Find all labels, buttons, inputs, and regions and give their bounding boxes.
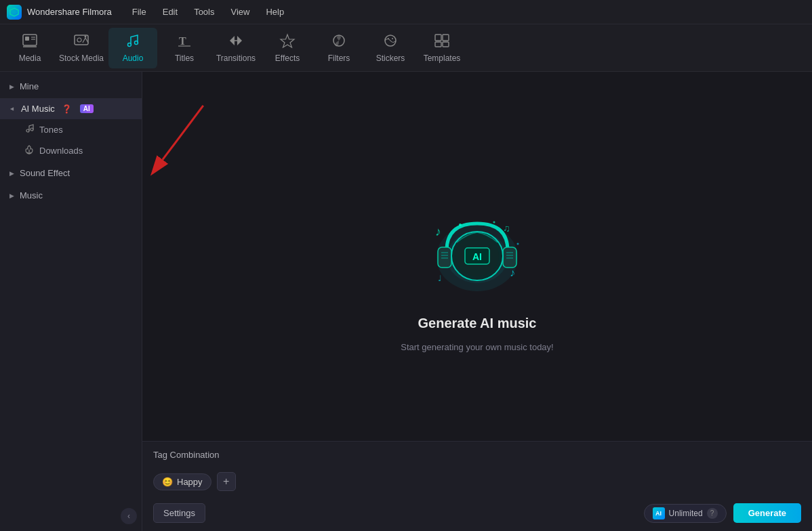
toolbar-stock-media[interactable]: Stock Media (57, 28, 106, 68)
svg-rect-21 (443, 35, 449, 41)
svg-text:T: T (179, 35, 186, 47)
templates-icon (434, 33, 450, 51)
menu-bar: File Edit Tools View Help (125, 4, 291, 20)
downloads-icon (24, 145, 34, 156)
sidebar-section-sound-effect: ▶ Sound Effect (0, 163, 142, 184)
unlimited-label: Unlimited (669, 509, 703, 518)
tones-icon (24, 124, 34, 135)
sidebar-ai-music-label: AI Music (21, 104, 55, 114)
sidebar-tones-label: Tones (39, 125, 63, 135)
sidebar-item-sound-effect[interactable]: ▶ Sound Effect (0, 163, 142, 184)
svg-text:AI: AI (472, 251, 482, 262)
tags-row: 😊 Happy + (153, 467, 801, 496)
svg-point-11 (135, 41, 138, 44)
toolbar-effects-label: Effects (275, 54, 300, 63)
add-icon: + (223, 475, 229, 488)
toolbar-stickers-label: Stickers (376, 54, 405, 63)
toolbar-transitions-label: Transitions (216, 54, 256, 63)
svg-rect-31 (438, 247, 451, 268)
menu-view[interactable]: View (224, 4, 256, 20)
svg-point-42 (493, 221, 495, 224)
title-bar: Wondershare Filmora File Edit Tools View… (0, 0, 812, 24)
svg-marker-15 (281, 35, 294, 47)
sidebar-downloads-label: Downloads (39, 146, 83, 156)
svg-point-41 (459, 224, 462, 226)
content-area: AI ♪ ♫ ♪ ♩ (142, 72, 812, 531)
svg-point-18 (388, 38, 389, 39)
menu-file[interactable]: File (125, 4, 153, 20)
ai-illustration: AI ♪ ♫ ♪ ♩ (423, 196, 531, 305)
toolbar-filters-label: Filters (328, 54, 350, 63)
toolbar-stock-media-label: Stock Media (59, 54, 104, 63)
sidebar-section-music: ▶ Music (0, 185, 142, 206)
mine-arrow-icon: ▶ (9, 83, 14, 90)
generate-subtitle: Start generating your own music today! (401, 342, 553, 352)
tag-happy-label: Happy (177, 477, 203, 487)
ai-music-question-icon: ❓ (62, 104, 72, 114)
svg-marker-1 (12, 9, 17, 15)
svg-point-19 (392, 38, 393, 39)
svg-text:♪: ♪ (510, 267, 515, 278)
stock-media-icon (73, 33, 89, 51)
toolbar-audio[interactable]: Audio (108, 28, 157, 68)
app-title: Wondershare Filmora (27, 7, 112, 17)
menu-edit[interactable]: Edit (156, 4, 184, 20)
add-tag-button[interactable]: + (217, 472, 236, 491)
bottom-actions: Settings AI Unlimited ? Generate (153, 503, 801, 523)
sidebar-sound-effect-label: Sound Effect (20, 168, 70, 178)
sidebar-mine-label: Mine (20, 81, 39, 91)
toolbar-filters[interactable]: Filters (314, 28, 363, 68)
menu-help[interactable]: Help (259, 4, 291, 20)
unlimited-badge: AI Unlimited ? (644, 504, 727, 523)
svg-point-9 (85, 35, 87, 37)
generate-button[interactable]: Generate (733, 503, 801, 523)
toolbar-titles[interactable]: T Titles (160, 28, 209, 68)
ai-music-arrow-icon: ▼ (9, 106, 16, 112)
svg-rect-22 (435, 42, 441, 47)
toolbar-effects[interactable]: Effects (263, 28, 312, 68)
toolbar-audio-label: Audio (123, 54, 144, 63)
tag-happy[interactable]: 😊 Happy (153, 473, 211, 490)
svg-point-10 (128, 43, 131, 46)
media-icon (22, 33, 38, 51)
sidebar-sub-tones[interactable]: Tones (0, 119, 142, 140)
svg-point-43 (516, 243, 519, 245)
titles-icon: T (176, 33, 192, 51)
toolbar-templates[interactable]: Templates (418, 28, 466, 68)
sidebar-section-mine: ▶ Mine (0, 76, 142, 97)
right-actions: AI Unlimited ? Generate (644, 503, 801, 523)
svg-rect-23 (443, 42, 449, 47)
sidebar: ▶ Mine ▼ AI Music ❓ AI (0, 72, 142, 531)
toolbar-media[interactable]: Media (5, 28, 54, 68)
filters-icon (331, 33, 347, 51)
svg-text:♩: ♩ (438, 274, 442, 283)
svg-rect-32 (503, 247, 516, 268)
toolbar: Media Stock Media Audio T (0, 24, 812, 72)
sidebar-item-music[interactable]: ▶ Music (0, 185, 142, 206)
sidebar-collapse-button[interactable]: ‹ (121, 508, 137, 524)
unlimited-question-icon[interactable]: ? (707, 508, 718, 519)
sidebar-sub-downloads[interactable]: Downloads (0, 140, 142, 161)
transitions-icon (228, 33, 244, 51)
sidebar-music-label: Music (20, 190, 43, 200)
sidebar-item-ai-music[interactable]: ▼ AI Music ❓ AI (0, 98, 142, 119)
ai-badge: AI (80, 104, 94, 113)
sidebar-section-ai-music: ▼ AI Music ❓ AI Tones (0, 98, 142, 161)
menu-tools[interactable]: Tools (187, 4, 221, 20)
settings-button[interactable]: Settings (153, 503, 205, 523)
sidebar-item-mine[interactable]: ▶ Mine (0, 76, 142, 97)
toolbar-media-label: Media (19, 54, 41, 63)
happy-emoji: 😊 (162, 477, 173, 487)
toolbar-stickers[interactable]: Stickers (366, 28, 415, 68)
ai-icon-small: AI (653, 507, 665, 519)
bottom-panel: Tag Combination 😊 Happy + Settings AI Un… (142, 441, 812, 531)
sound-effect-arrow-icon: ▶ (9, 170, 14, 177)
music-arrow-icon: ▶ (9, 192, 14, 199)
audio-icon (125, 33, 141, 51)
stickers-icon (382, 33, 399, 51)
svg-line-28 (163, 106, 203, 160)
main-content: ▶ Mine ▼ AI Music ❓ AI (0, 72, 812, 531)
toolbar-transitions[interactable]: Transitions (211, 28, 260, 68)
svg-text:♫: ♫ (503, 223, 510, 234)
tag-combination-label: Tag Combination (153, 450, 801, 460)
